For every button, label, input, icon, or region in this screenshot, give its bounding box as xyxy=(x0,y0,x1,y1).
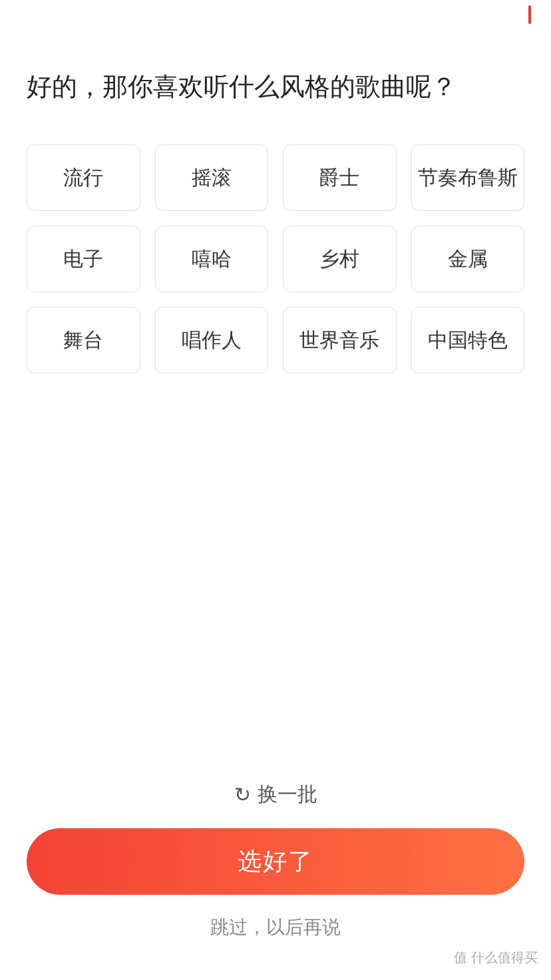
genre-item-xiha[interactable]: 嘻哈 xyxy=(155,226,269,292)
watermark: 值 什么值得买 xyxy=(454,949,538,967)
skip-text[interactable]: 跳过，以后再说 xyxy=(210,915,341,940)
genre-item-jinshu[interactable]: 金属 xyxy=(411,226,525,292)
genre-item-changzuoren[interactable]: 唱作人 xyxy=(155,307,269,373)
genre-grid: 流行 摇滚 爵士 节奏布鲁斯 电子 嘻哈 乡村 金属 舞台 唱作人 xyxy=(27,144,524,373)
genre-item-liuxing[interactable]: 流行 xyxy=(27,144,140,211)
refresh-icon: ↻ xyxy=(234,783,251,806)
genre-item-yaogn[interactable]: 摇滚 xyxy=(155,144,269,211)
refresh-label: 换一批 xyxy=(258,781,317,808)
genre-item-jueshi[interactable]: 爵士 xyxy=(283,144,397,211)
genre-item-xiangcun[interactable]: 乡村 xyxy=(283,226,397,292)
genre-item-zhongguo[interactable]: 中国特色 xyxy=(411,307,525,373)
genre-item-dianzi[interactable]: 电子 xyxy=(27,226,140,292)
genre-item-shijie[interactable]: 世界音乐 xyxy=(283,307,397,373)
refresh-button[interactable]: ↻ 换一批 xyxy=(234,781,317,808)
genre-item-wutai[interactable]: 舞台 xyxy=(27,307,140,373)
confirm-button[interactable]: 选好了 xyxy=(27,828,524,895)
status-indicator xyxy=(528,5,531,24)
genre-item-jiezou[interactable]: 节奏布鲁斯 xyxy=(411,144,525,211)
status-bar xyxy=(0,0,551,29)
question-title: 好的，那你喜欢听什么风格的歌曲呢？ xyxy=(27,69,524,105)
